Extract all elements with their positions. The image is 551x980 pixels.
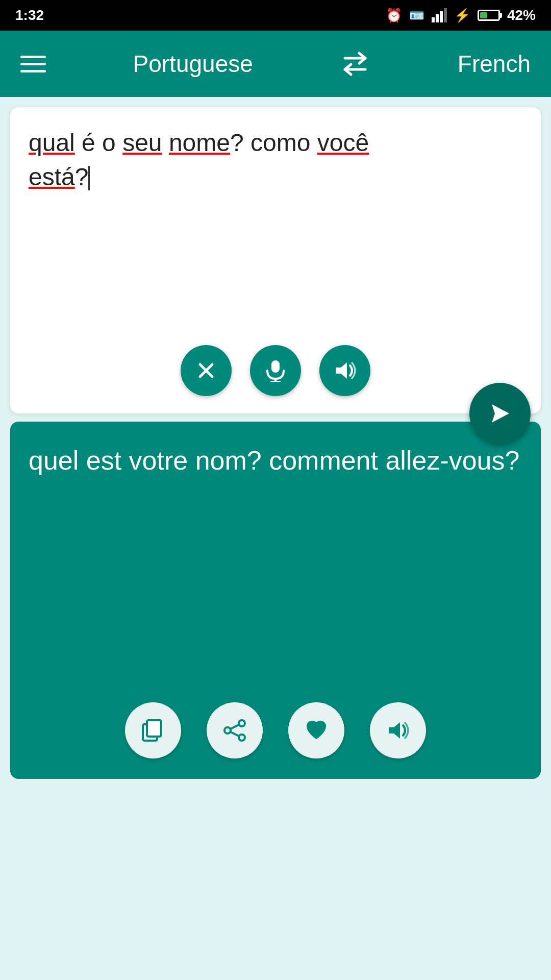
source-input[interactable]: qual é o seu nome? como vocêestá? xyxy=(29,126,522,335)
translate-button[interactable] xyxy=(469,383,531,444)
svg-point-13 xyxy=(239,720,245,726)
svg-marker-9 xyxy=(336,362,347,379)
clear-button[interactable] xyxy=(181,345,232,396)
source-controls xyxy=(29,345,522,401)
svg-line-16 xyxy=(231,725,239,729)
charge-icon: ⚡ xyxy=(454,8,470,23)
word-esta: está xyxy=(29,163,75,190)
speak-source-button[interactable] xyxy=(319,345,370,396)
battery-icon xyxy=(478,10,500,21)
main-content: qual é o seu nome? como vocêestá? xyxy=(0,97,551,980)
svg-rect-2 xyxy=(440,11,443,22)
status-icons: ⏰ 🪪 ⚡ 42% xyxy=(386,7,536,23)
target-language-label[interactable]: French xyxy=(458,50,531,78)
text-cursor xyxy=(88,166,90,190)
svg-rect-12 xyxy=(147,720,161,737)
target-controls xyxy=(29,702,522,767)
source-language-label[interactable]: Portuguese xyxy=(133,50,253,78)
source-panel: qual é o seu nome? como vocêestá? xyxy=(10,107,541,413)
svg-rect-1 xyxy=(436,14,439,22)
translated-text: quel est votre nom? comment allez-vous? xyxy=(29,442,522,692)
app-header: Portuguese French xyxy=(0,31,551,97)
status-bar: 1:32 ⏰ 🪪 ⚡ 42% xyxy=(0,0,551,31)
alarm-icon: ⏰ xyxy=(386,8,402,23)
svg-marker-10 xyxy=(492,404,509,423)
word-qual: qual xyxy=(29,129,75,156)
signal-icon xyxy=(432,8,447,22)
svg-point-15 xyxy=(239,734,245,741)
share-button[interactable] xyxy=(207,702,263,758)
swap-languages-button[interactable] xyxy=(340,51,370,77)
microphone-button[interactable] xyxy=(250,345,301,396)
svg-line-17 xyxy=(231,732,239,736)
menu-button[interactable] xyxy=(20,56,46,72)
favorite-button[interactable] xyxy=(288,702,344,758)
sim-icon: 🪪 xyxy=(409,8,424,22)
battery-percent: 42% xyxy=(507,7,536,23)
svg-rect-3 xyxy=(444,8,447,22)
word-voce: você xyxy=(317,129,369,156)
svg-rect-0 xyxy=(432,17,435,22)
svg-point-14 xyxy=(224,727,231,733)
speak-translation-button[interactable] xyxy=(370,702,426,758)
target-panel: quel est votre nom? comment allez-vous? xyxy=(10,422,541,779)
word-seu: seu xyxy=(122,129,162,156)
status-time: 1:32 xyxy=(15,7,44,23)
svg-marker-18 xyxy=(389,722,400,739)
word-nome: nome xyxy=(169,129,230,156)
svg-rect-6 xyxy=(271,360,280,373)
copy-button[interactable] xyxy=(125,702,181,758)
